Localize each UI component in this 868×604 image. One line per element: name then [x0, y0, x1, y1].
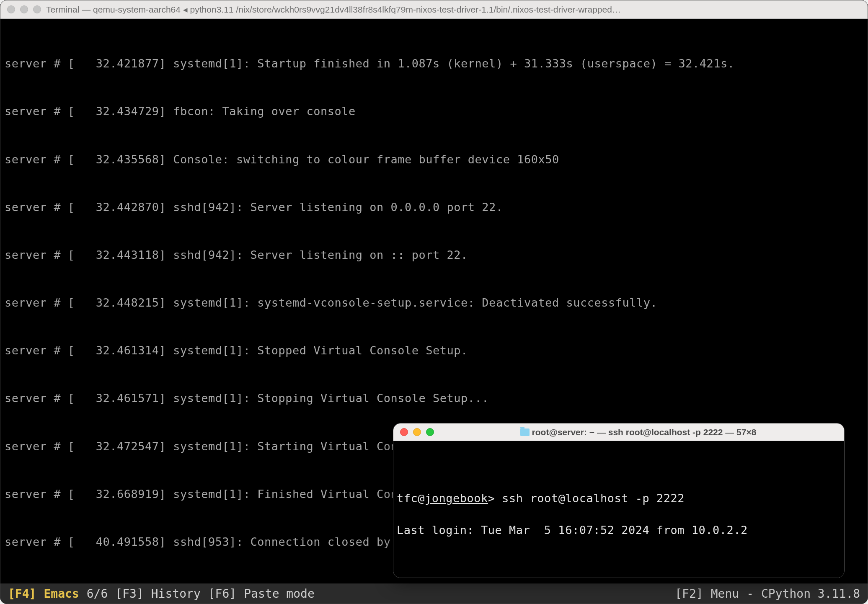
sub-titlebar[interactable]: root@server: ~ — ssh root@localhost -p 2… — [393, 423, 844, 441]
ssh-line: tfc@jongebook> ssh root@localhost -p 222… — [397, 490, 841, 506]
traffic-lights — [7, 5, 41, 13]
close-icon[interactable] — [7, 5, 15, 13]
statusbar-emacs: Emacs — [44, 587, 79, 601]
statusbar: [F4] Emacs 6/6 [F3] History [F6] Paste m… — [0, 583, 868, 604]
log-line: server # [ 32.443118] sshd[942]: Server … — [5, 247, 863, 263]
statusbar-f2[interactable]: [F2] — [675, 587, 703, 601]
ssh-line: Last login: Tue Mar 5 16:07:52 2024 from… — [397, 522, 841, 538]
minimize-icon[interactable] — [20, 5, 28, 13]
log-line: server # [ 32.448215] systemd[1]: system… — [5, 295, 863, 311]
statusbar-f4[interactable]: [F4] — [8, 587, 36, 601]
statusbar-history: History — [151, 587, 201, 601]
statusbar-dash: - — [747, 587, 754, 601]
statusbar-f6[interactable]: [F6] — [208, 587, 236, 601]
statusbar-f3[interactable]: [F3] — [115, 587, 143, 601]
statusbar-menu: Menu — [711, 587, 739, 601]
minimize-icon[interactable] — [413, 428, 421, 436]
log-line: server # [ 32.435568] Console: switching… — [5, 152, 863, 168]
main-titlebar[interactable]: Terminal — qemu-system-aarch64 ◂ python3… — [0, 0, 868, 19]
main-window-title: Terminal — qemu-system-aarch64 ◂ python3… — [46, 5, 861, 15]
ssh-terminal-window: root@server: ~ — ssh root@localhost -p 2… — [393, 423, 845, 578]
log-line: server # [ 32.434729] fbcon: Taking over… — [5, 103, 863, 119]
folder-icon — [520, 428, 530, 436]
maximize-icon[interactable] — [426, 428, 434, 436]
ssh-terminal-body[interactable]: tfc@jongebook> ssh root@localhost -p 222… — [393, 441, 844, 578]
sub-window-title: root@server: ~ — ssh root@localhost -p 2… — [439, 427, 837, 437]
statusbar-pos: 6/6 — [87, 587, 108, 601]
log-line: server # [ 32.421877] systemd[1]: Startu… — [5, 56, 863, 72]
maximize-icon[interactable] — [33, 5, 41, 13]
traffic-lights — [400, 428, 434, 436]
log-line: server # [ 32.461571] systemd[1]: Stoppi… — [5, 390, 863, 406]
statusbar-paste: Paste mode — [244, 587, 315, 601]
ssh-line — [397, 554, 841, 570]
log-line: server # [ 32.461314] systemd[1]: Stoppe… — [5, 343, 863, 359]
statusbar-python: CPython 3.11.8 — [761, 587, 860, 601]
ssh-line — [397, 459, 841, 475]
log-line: server # [ 32.442870] sshd[942]: Server … — [5, 199, 863, 215]
close-icon[interactable] — [400, 428, 408, 436]
